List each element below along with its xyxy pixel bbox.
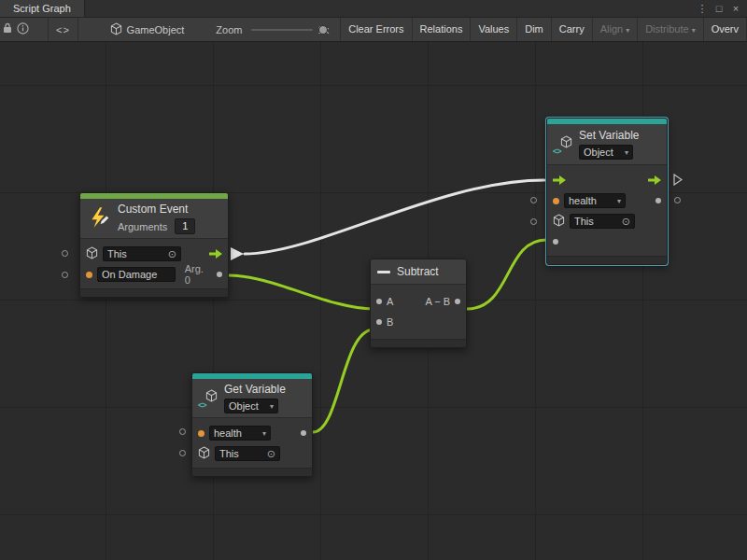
cube-icon [86,246,98,261]
variable-scope-dropdown[interactable]: Object ▾ [224,399,278,413]
arguments-input[interactable]: 1 [175,218,195,234]
chevron-down-icon: ▾ [692,26,696,35]
node-footer [547,256,667,264]
chevron-down-icon: ▾ [270,402,274,411]
close-icon[interactable]: × [728,1,743,16]
subtract-icon [377,271,390,273]
code-icon: <> [56,24,70,35]
variable-scope-dropdown[interactable]: Object ▾ [579,145,633,160]
output-label: A − B [425,296,450,307]
variable-name-dropdown[interactable]: health ▾ [564,193,626,208]
external-output-port[interactable] [674,197,681,203]
zoom-label: Zoom [216,24,242,35]
maximize-icon[interactable]: □ [712,1,726,16]
external-input-port[interactable] [530,218,537,225]
value-output-port[interactable] [655,198,661,203]
variable-name-dropdown[interactable]: health ▾ [209,426,271,441]
cube-icon [198,446,210,461]
gameobject-reference[interactable]: GameObject [110,22,185,37]
gameobject-icon [110,22,122,37]
input-a-port[interactable] [376,299,382,304]
arg0-label: Arg. 0 [185,263,212,286]
external-flow-output-triangle[interactable] [673,174,683,188]
clear-errors-button[interactable]: Clear Errors [340,18,411,41]
subtract-node[interactable]: Subtract A A − B B [370,259,467,348]
variable-cube-icon: <> [554,135,572,154]
custom-event-node[interactable]: Custom Event Arguments 1 This ⊙ [79,192,229,298]
carry-button[interactable]: Carry [551,18,592,41]
zoom-slider-track [251,29,312,31]
value-output-port[interactable] [301,430,306,436]
target-picker-icon: ⊙ [267,448,275,460]
window-controls: ⋮ □ × [695,0,747,17]
arguments-label: Arguments [118,221,167,232]
chevron-down-icon: ▾ [262,429,266,438]
graph-toolbar: <> GameObject Zoom 1x Clear Errors Relat… [0,18,747,42]
node-title: Subtract [397,265,439,278]
variable-name-port [553,198,559,204]
tab-title: Script Graph [13,3,71,14]
script-graph-window: Script Graph ⋮ □ × <> GameObject [0,0,747,560]
flow-wire-arrow [231,247,244,260]
arg0-output-port[interactable] [217,272,222,277]
relations-button[interactable]: Relations [412,18,471,41]
input-b-port[interactable] [376,319,382,325]
variable-name-port [198,430,204,437]
value-wire-subtract-to-setvariable [467,240,546,309]
inspect-button[interactable] [16,18,32,41]
get-variable-node[interactable]: <> Get Variable Object ▾ health ▾ [191,372,313,477]
flow-input-port[interactable] [553,175,566,185]
distribute-button[interactable]: Distribute▾ [637,18,702,41]
info-icon [17,22,29,37]
node-footer [371,339,466,347]
chevron-down-icon: ▾ [625,148,628,157]
value-wire-getvariable-to-subtract-b [313,329,374,432]
event-port-dot [86,272,92,278]
cube-icon [553,214,565,229]
lock-button[interactable] [0,18,16,41]
value-wire-arg0-to-subtract-a [229,275,374,309]
external-input-port[interactable] [530,197,537,203]
node-title: Set Variable [579,129,639,142]
target-dropdown[interactable]: This ⊙ [103,246,181,261]
external-input-port[interactable] [179,450,186,456]
dim-button[interactable]: Dim [516,18,551,41]
external-input-port[interactable] [62,250,68,257]
gameobject-label: GameObject [127,24,185,35]
zoom-slider[interactable] [251,24,312,35]
chevron-down-icon: ▾ [617,197,621,205]
window-menu-icon[interactable]: ⋮ [695,1,710,16]
variable-cube-icon: <> [199,389,218,408]
chevron-down-icon: ▾ [626,26,629,35]
tab-strip: Script Graph ⋮ □ × [0,0,747,18]
tab-script-graph[interactable]: Script Graph [0,0,85,17]
graph-canvas[interactable]: Custom Event Arguments 1 This ⊙ [0,42,747,560]
external-input-port[interactable] [179,428,186,435]
node-footer [192,468,312,476]
node-title: Custom Event [118,203,195,216]
node-title: Get Variable [224,383,286,396]
node-footer [80,288,228,297]
value-input-port[interactable] [553,239,558,245]
target-picker-icon: ⊙ [622,216,630,228]
lock-icon [2,22,13,36]
flow-output-port[interactable] [209,249,222,259]
set-variable-node[interactable]: <> Set Variable Object ▾ [546,118,668,265]
flow-wire-customevent-to-setvariable [245,180,544,254]
target-picker-icon: ⊙ [168,248,176,260]
input-b-label: B [387,316,393,328]
zoom-slider-handle[interactable] [318,25,328,35]
event-dropdown[interactable]: On Damage [97,267,176,282]
input-a-label: A [387,296,393,307]
overview-button[interactable]: Overv [703,18,747,41]
output-port[interactable] [455,299,460,304]
flow-output-port[interactable] [648,175,661,185]
external-input-port[interactable] [62,272,68,278]
target-dropdown[interactable]: This ⊙ [215,446,280,461]
align-button[interactable]: Align▾ [592,18,637,41]
script-graph-icon-button[interactable]: <> [48,18,78,41]
custom-event-icon [87,205,111,231]
values-button[interactable]: Values [470,18,516,41]
target-dropdown[interactable]: This ⊙ [570,214,635,229]
